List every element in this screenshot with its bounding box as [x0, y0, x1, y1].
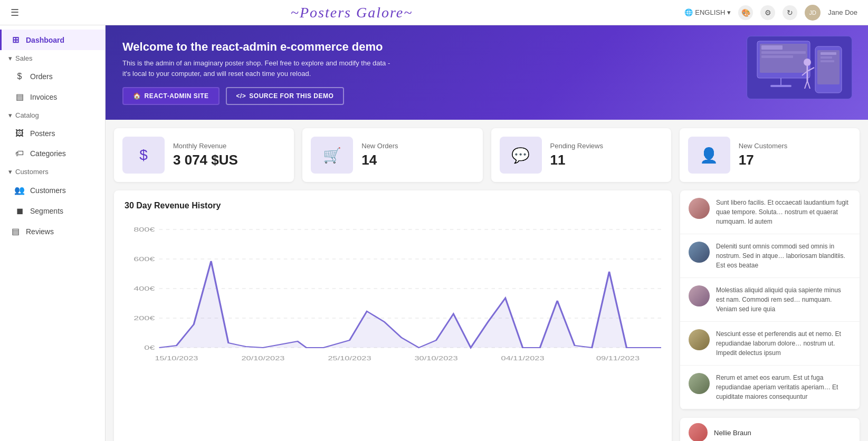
review-avatar	[689, 285, 710, 306]
hero-btn-source[interactable]: </> SOURCE FOR THIS DEMO	[226, 87, 345, 105]
chart-area: 0€ 200€ 400€ 600€ 800€ 15/10/2023 20/10/…	[125, 219, 661, 367]
sidebar-label-catalog: Catalog	[15, 111, 39, 119]
chevron-down-icon: ▾	[8, 54, 12, 62]
sidebar-item-segments[interactable]: ◼ Segments	[4, 200, 105, 221]
home-icon: 🏠	[133, 92, 141, 100]
reviews-stat-icon: 💬	[500, 137, 542, 174]
customers-icon: 👥	[14, 185, 25, 195]
review-avatar	[689, 242, 710, 263]
app-title: ~Posters Galore~	[291, 4, 413, 21]
sidebar-group-catalog[interactable]: ▾ Catalog	[0, 107, 105, 123]
revenue-icon: $	[122, 137, 165, 174]
stat-card-customers[interactable]: 👤 New Customers 17	[680, 128, 860, 182]
sidebar-item-orders[interactable]: $ Orders	[4, 66, 105, 87]
svg-line-17	[805, 81, 807, 89]
sidebar-label-customers-group: Customers	[15, 168, 49, 176]
svg-point-13	[804, 59, 811, 66]
hero-btn-site[interactable]: 🏠 REACT-ADMIN SITE	[122, 87, 220, 105]
reviews-icon: ▤	[10, 226, 21, 236]
svg-rect-11	[821, 56, 832, 59]
sidebar-item-posters[interactable]: 🖼 Posters	[4, 123, 105, 143]
svg-text:15/10/2023: 15/10/2023	[155, 356, 198, 361]
sidebar-label-reviews: Reviews	[26, 227, 54, 236]
stat-card-revenue[interactable]: $ Monthly Revenue 3 074 $US	[114, 128, 294, 182]
customer-item[interactable]: Nellie Braun	[680, 418, 860, 441]
categories-icon: 🏷	[14, 149, 25, 158]
hamburger-icon[interactable]: ☰	[11, 7, 19, 18]
sidebar-label-posters: Posters	[30, 129, 55, 138]
customers-panel: Nellie Braun Lula Anderson Beatrice Gerh…	[680, 418, 860, 441]
revenue-chart-svg: 0€ 200€ 400€ 600€ 800€ 15/10/2023 20/10/…	[125, 219, 661, 367]
topbar-right: 🌐 ENGLISH ▾ 🎨 ⚙ ↻ JD Jane Doe	[684, 5, 857, 21]
svg-text:30/10/2023: 30/10/2023	[414, 356, 457, 361]
sidebar-item-reviews[interactable]: ▤ Reviews	[0, 221, 105, 242]
stats-row: $ Monthly Revenue 3 074 $US 🛒 New Orders…	[106, 120, 868, 190]
svg-text:04/11/2023: 04/11/2023	[501, 356, 545, 361]
svg-rect-2	[761, 45, 783, 50]
sidebar-item-categories[interactable]: 🏷 Categories	[4, 143, 105, 164]
svg-text:800€: 800€	[133, 226, 155, 233]
svg-marker-35	[159, 261, 661, 348]
review-item[interactable]: Deleniti sunt omnis commodi sed omnis in…	[680, 234, 860, 278]
customer-avatar	[689, 423, 708, 441]
svg-text:600€: 600€	[133, 256, 155, 263]
review-avatar	[689, 329, 710, 350]
user-avatar[interactable]: JD	[805, 5, 821, 21]
stat-card-orders[interactable]: 🛒 New Orders 14	[302, 128, 482, 182]
main-content: Welcome to the react-admin e-commerce de…	[106, 25, 868, 441]
sidebar-item-dashboard[interactable]: ⊞ Dashboard	[0, 30, 105, 50]
svg-text:0€: 0€	[144, 344, 155, 351]
svg-rect-12	[821, 60, 834, 62]
refresh-icon[interactable]: ↻	[783, 5, 797, 20]
sidebar-group-customers[interactable]: ▾ Customers	[0, 164, 105, 180]
customer-name: Nellie Braun	[714, 429, 751, 437]
palette-icon[interactable]: 🎨	[738, 5, 753, 20]
review-item[interactable]: Rerum et amet eos earum. Est ut fuga rep…	[680, 366, 860, 409]
posters-icon: 🖼	[14, 129, 25, 138]
hero-banner: Welcome to the react-admin e-commerce de…	[106, 25, 868, 120]
svg-rect-10	[821, 52, 836, 55]
chart-title: 30 Day Revenue History	[125, 201, 661, 210]
dollar-icon: $	[14, 72, 25, 81]
stat-value-customers: 17	[739, 152, 851, 168]
stat-value-orders: 14	[361, 152, 474, 168]
sidebar-item-customers[interactable]: 👥 Customers	[4, 180, 105, 200]
sidebar-group-sales[interactable]: ▾ Sales	[0, 50, 105, 66]
sidebar-label-sales: Sales	[15, 54, 33, 62]
svg-text:400€: 400€	[133, 285, 155, 292]
chevron-down-icon: ▾	[727, 8, 731, 16]
svg-rect-3	[761, 51, 806, 54]
hero-illustration	[741, 31, 857, 104]
code-icon: </>	[236, 92, 246, 100]
stat-card-reviews[interactable]: 💬 Pending Reviews 11	[491, 128, 671, 182]
svg-text:200€: 200€	[133, 315, 155, 322]
language-selector[interactable]: 🌐 ENGLISH ▾	[684, 8, 731, 16]
topbar: ☰ ~Posters Galore~ 🌐 ENGLISH ▾ 🎨 ⚙ ↻ JD …	[0, 0, 868, 25]
sidebar-label-categories: Categories	[30, 149, 66, 158]
svg-rect-6	[770, 85, 791, 87]
new-customers-icon: 👤	[688, 137, 730, 174]
svg-line-18	[807, 81, 810, 89]
orders-icon: 🛒	[311, 137, 353, 174]
chevron-down-icon: ▾	[8, 111, 12, 119]
sidebar-item-invoices[interactable]: ▤ Invoices	[4, 87, 105, 107]
review-item[interactable]: Molestias aliquid aliquid quia sapiente …	[680, 278, 860, 322]
settings-icon[interactable]: ⚙	[760, 5, 775, 20]
sidebar-label-customers: Customers	[30, 186, 66, 195]
sidebar-label-dashboard: Dashboard	[26, 36, 64, 44]
review-text: Nesciunt esse et perferendis aut et nemo…	[716, 329, 851, 358]
sidebar-label-orders: Orders	[30, 72, 53, 81]
stat-value-revenue: 3 074 $US	[173, 152, 285, 168]
svg-rect-8	[817, 50, 840, 84]
review-text: Sunt libero facilis. Et occaecati laudan…	[716, 198, 851, 226]
review-item[interactable]: Nesciunt esse et perferendis aut et nemo…	[680, 322, 860, 366]
review-avatar	[689, 198, 710, 219]
segments-icon: ◼	[14, 206, 25, 216]
stat-label-customers: New Customers	[739, 142, 851, 150]
review-item[interactable]: Sunt libero facilis. Et occaecati laudan…	[680, 190, 860, 234]
review-text: Molestias aliquid aliquid quia sapiente …	[716, 285, 851, 314]
review-avatar	[689, 373, 710, 394]
review-text: Rerum et amet eos earum. Est ut fuga rep…	[716, 373, 851, 401]
language-label: ENGLISH	[695, 8, 725, 16]
chevron-down-icon: ▾	[8, 168, 12, 176]
